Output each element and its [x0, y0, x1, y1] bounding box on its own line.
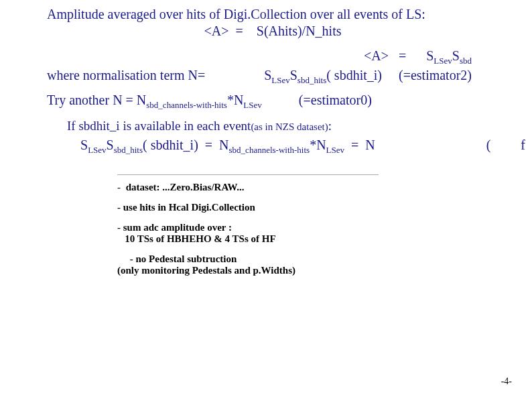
right-paren: ( f — [486, 137, 525, 153]
note3: - sum adc amplitude over : 10 TSs of HBH… — [117, 222, 498, 245]
note1: - dataset: ...Zero.Bias/RAW... — [117, 182, 498, 193]
title-line2: <A> = S(Ahits)/N_hits — [47, 23, 498, 42]
divider — [117, 174, 379, 175]
estimator0: (=estimator0) — [299, 93, 372, 108]
note2: - use hits in Hcal Digi.Collection — [117, 202, 498, 213]
if-line: If sbdhit_i is available in each event(a… — [67, 119, 498, 136]
notes: - dataset: ...Zero.Bias/RAW... - use hit… — [117, 182, 498, 276]
title-line1: Amplitude averaged over hits of Digi.Col… — [47, 7, 498, 22]
note4: - no Pedestal subtruction (only monitori… — [117, 253, 498, 276]
where-text: where normalisation term N= — [47, 68, 205, 86]
eq-line: SLSevSsbd_hits( sbdhit_i) = Nsbd_channel… — [80, 137, 498, 156]
try-line: Try another N = Nsbd_channels-with-hits*… — [47, 93, 498, 111]
where-formula: SLSevSsbd_hits( sbdhit_i) (=estimator2) — [264, 68, 498, 86]
page-number: -4- — [501, 376, 512, 387]
top-right-formula: <A> = SLSevSsbd — [47, 48, 498, 66]
